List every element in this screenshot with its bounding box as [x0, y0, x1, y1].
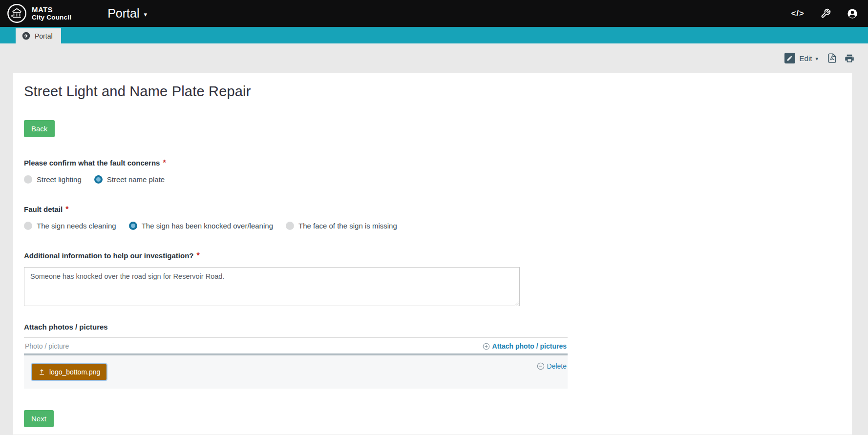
radio-street-lighting[interactable]: Street lighting: [24, 175, 82, 184]
required-asterisk: *: [65, 205, 68, 213]
field-additional-info: Additional information to help our inves…: [24, 251, 841, 308]
page-toolbar: Edit ▾: [0, 43, 868, 73]
attachments-table: Photo / picture Attach photo / pictures: [24, 337, 568, 389]
delete-attachment-link[interactable]: Delete: [537, 362, 567, 370]
fault-concern-options: Street lighting Street name plate: [24, 175, 841, 184]
required-asterisk: *: [163, 159, 166, 167]
top-app-bar: MATS City Council Portal ▾ </>: [0, 0, 868, 27]
brand-text: MATS City Council: [32, 6, 71, 21]
tab-portal[interactable]: Portal: [16, 28, 61, 43]
attached-file-button[interactable]: logo_bottom.png: [31, 363, 107, 381]
page-title: Street Light and Name Plate Repair: [24, 83, 841, 100]
breadcrumb-bar: Portal: [0, 27, 868, 43]
export-pdf-icon[interactable]: [828, 53, 836, 63]
brand-logo-block[interactable]: MATS City Council: [7, 3, 71, 23]
radio-label: Street lighting: [37, 175, 82, 184]
radio-label: Street name plate: [107, 175, 165, 184]
field-label-row: Fault detail*: [24, 205, 841, 214]
attachments-table-header: Photo / picture Attach photo / pictures: [24, 338, 568, 353]
minus-circle-icon: [537, 362, 545, 370]
chevron-down-icon: ▾: [144, 9, 147, 18]
app-title-label: Portal: [107, 6, 139, 21]
form-card: Street Light and Name Plate Repair Back …: [13, 73, 852, 435]
radio-selected-icon: [94, 175, 103, 184]
back-button[interactable]: Back: [24, 120, 55, 137]
attached-file-name: logo_bottom.png: [49, 368, 100, 376]
arrow-circle-icon: [22, 32, 30, 40]
fault-detail-label: Fault detail: [24, 205, 63, 213]
toolbar-group: Edit ▾: [784, 53, 855, 63]
app-title-dropdown[interactable]: Portal ▾: [107, 6, 147, 21]
attach-photo-link-label: Attach photo / pictures: [492, 342, 567, 350]
radio-label: The sign has been knocked over/leaning: [142, 222, 273, 230]
attach-photo-link[interactable]: Attach photo / pictures: [483, 342, 567, 350]
brand-name: MATS: [32, 6, 71, 14]
radio-label: The sign needs cleaning: [37, 222, 116, 230]
attachments-section: Attach photos / pictures Photo / picture…: [24, 323, 841, 389]
user-account-icon[interactable]: [847, 8, 858, 19]
field-label-row: Additional information to help our inves…: [24, 251, 841, 260]
plus-circle-icon: [483, 343, 490, 350]
attachments-section-label: Attach photos / pictures: [24, 323, 108, 331]
city-council-logo-icon: [7, 3, 27, 23]
field-fault-detail: Fault detail* The sign needs cleaning Th…: [24, 205, 841, 230]
radio-sign-knocked-over[interactable]: The sign has been knocked over/leaning: [129, 222, 273, 230]
edit-button-label[interactable]: Edit: [800, 54, 812, 62]
additional-info-textarea[interactable]: Someone has knocked over the road sign f…: [24, 267, 520, 306]
developer-code-icon[interactable]: </>: [791, 9, 804, 19]
radio-sign-needs-cleaning[interactable]: The sign needs cleaning: [24, 222, 116, 230]
column-header-photo: Photo / picture: [25, 342, 69, 350]
required-asterisk: *: [196, 251, 199, 260]
brand-subtitle: City Council: [32, 14, 71, 21]
radio-unselected-icon: [24, 222, 32, 230]
attachment-row: logo_bottom.png Delete: [24, 355, 568, 389]
next-button-row: Next: [24, 410, 841, 427]
field-fault-concern: Please confirm what the fault concerns* …: [24, 159, 841, 184]
print-icon[interactable]: [844, 53, 855, 63]
radio-sign-face-missing[interactable]: The face of the sign is missing: [286, 222, 397, 230]
radio-unselected-icon: [286, 222, 294, 230]
edit-pencil-icon[interactable]: [784, 53, 795, 63]
edit-chevron-down-icon[interactable]: ▾: [815, 55, 818, 62]
radio-unselected-icon: [24, 175, 32, 184]
wrench-icon[interactable]: [821, 8, 831, 19]
fault-concern-label: Please confirm what the fault concerns: [24, 159, 160, 167]
radio-street-name-plate[interactable]: Street name plate: [94, 175, 165, 184]
radio-selected-icon: [129, 222, 137, 230]
next-button[interactable]: Next: [24, 410, 54, 427]
field-label-row: Please confirm what the fault concerns*: [24, 159, 841, 167]
fault-detail-options: The sign needs cleaning The sign has bee…: [24, 222, 841, 230]
tab-portal-label: Portal: [35, 32, 53, 40]
upload-icon: [38, 369, 45, 376]
radio-label: The face of the sign is missing: [298, 222, 397, 230]
topbar-icon-group: </>: [791, 8, 858, 19]
additional-info-label: Additional information to help our inves…: [24, 251, 193, 260]
delete-link-label: Delete: [547, 362, 567, 370]
